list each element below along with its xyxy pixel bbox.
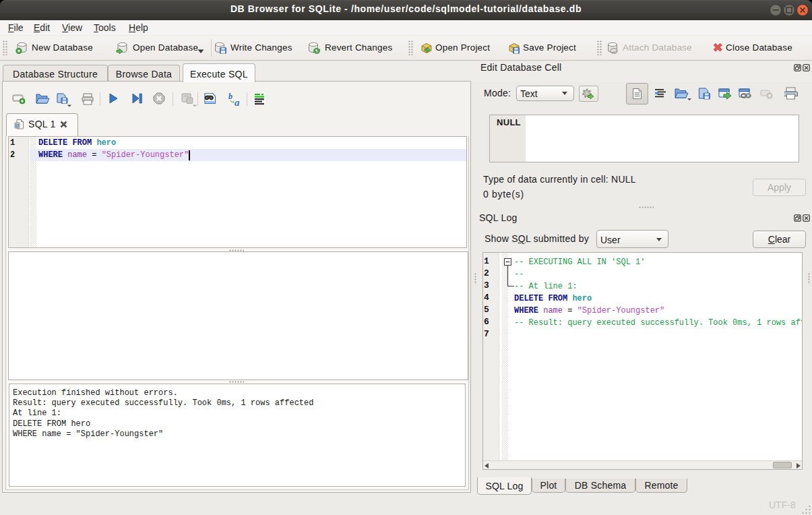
svg-text:a: a: [235, 97, 240, 107]
svg-text:b: b: [228, 92, 232, 101]
